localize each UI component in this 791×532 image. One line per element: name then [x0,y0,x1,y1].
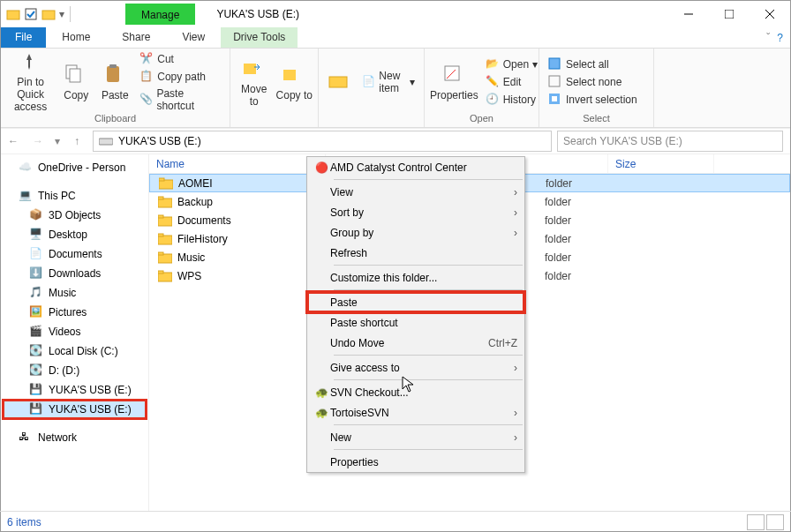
search-input[interactable]: Search YUKA'S USB (E:) [557,131,783,152]
qat-dropdown-icon[interactable]: ▾ [59,8,64,20]
svg-rect-9 [107,66,119,82]
select-none-button[interactable]: Select none [545,74,641,90]
tree-item[interactable]: 📄Documents [3,244,147,264]
new-item-icon: 📄 [362,75,375,89]
forward-button[interactable]: → [26,135,50,147]
help-icon[interactable]: ? [777,32,783,44]
ctx-paste-shortcut[interactable]: Paste shortcut [307,312,524,333]
home-tab[interactable]: Home [46,27,106,48]
copy-to-button[interactable]: Copy to [276,51,313,113]
checkbox-icon[interactable] [24,7,38,21]
tree-item[interactable]: 📦3D Objects [3,206,147,225]
tree-this-pc[interactable]: 💻This PC [3,186,147,206]
svg-rect-18 [552,96,557,101]
group-open: Open [430,113,533,125]
ribbon-collapse-icon[interactable]: ˇ [766,32,770,44]
pin-quick-access-button[interactable]: Pin to Quick access [6,51,55,113]
invert-selection-button[interactable]: Invert selection [545,92,641,108]
context-menu: 🔴AMD Catalyst Control Center View› Sort … [306,156,525,473]
up-button[interactable]: ↑ [64,135,89,147]
svg-rect-4 [725,10,734,19]
cut-icon: ✂️ [139,52,154,66]
view-large-button[interactable] [766,514,784,530]
tree-icon: 💾 [29,402,43,416]
paste-shortcut-button[interactable]: 📎Paste shortcut [136,86,224,113]
ctx-properties[interactable]: Properties [307,452,524,472]
close-button[interactable] [750,1,790,27]
ctx-refresh[interactable]: Refresh [307,243,524,263]
ctx-view[interactable]: View› [307,182,524,202]
svg-rect-8 [70,69,80,82]
new-folder-icon [328,70,352,94]
folder2-icon[interactable] [41,7,56,21]
ctx-give-access[interactable]: Give access to› [307,357,524,378]
folder-icon [158,251,172,264]
edit-icon: ✏️ [486,75,500,89]
properties-button[interactable]: Properties [430,51,478,113]
view-details-button[interactable] [747,514,765,530]
navigation-tree[interactable]: ☁️OneDrive - Person 💻This PC 📦3D Objects… [1,154,149,512]
select-all-button[interactable]: Select all [545,56,641,72]
ctx-paste[interactable]: Paste [307,292,524,312]
file-tab[interactable]: File [1,27,46,48]
tree-onedrive[interactable]: ☁️OneDrive - Person [3,158,147,177]
tree-network[interactable]: 🖧Network [3,428,147,447]
tree-item[interactable]: 💾YUKA'S USB (E:) [3,400,147,419]
select-all-icon [548,57,562,71]
history-icon: 🕘 [486,93,500,107]
recent-dropdown[interactable]: ▾ [50,135,64,147]
ctx-undo[interactable]: Undo MoveCtrl+Z [307,333,524,353]
tree-item[interactable]: 💽D: (D:) [3,361,147,380]
minimize-button[interactable] [668,1,709,27]
column-name[interactable]: Name [149,154,326,173]
ctx-new[interactable]: New› [307,427,524,447]
tree-icon: 🖥️ [29,228,43,242]
breadcrumb-text: YUKA'S USB (E:) [118,135,201,147]
paste-button[interactable]: Paste [97,51,132,113]
svg-rect-11 [244,64,256,74]
ctx-group[interactable]: Group by› [307,222,524,243]
move-to-button[interactable]: Move to [236,51,273,113]
tree-item[interactable]: 🖥️Desktop [3,225,147,244]
tree-item[interactable]: 🎬Videos [3,322,147,341]
copy-path-icon: 📋 [139,70,154,84]
drive-tools-tab[interactable]: Drive Tools [221,27,298,48]
history-button[interactable]: 🕘History [482,92,541,108]
pc-icon: 💻 [19,189,33,203]
ctx-svn-checkout[interactable]: 🐢SVN Checkout... [307,382,524,402]
svg-rect-31 [158,271,163,273]
cursor-icon [402,376,416,393]
ctx-amd[interactable]: 🔴AMD Catalyst Control Center [307,157,524,177]
breadcrumb[interactable]: YUKA'S USB (E:) [93,131,552,152]
share-tab[interactable]: Share [106,27,166,48]
edit-button[interactable]: ✏️Edit [482,74,541,90]
tree-icon: 💽 [29,344,43,358]
copy-button[interactable]: Copy [58,51,94,113]
column-size[interactable]: Size [608,154,714,173]
svg-rect-0 [7,11,19,19]
tree-icon: 🖼️ [29,305,43,319]
tree-item[interactable]: 💾YUKA'S USB (E:) [3,380,147,400]
maximize-button[interactable] [709,1,750,27]
folder-icon [6,7,20,21]
ctx-customize[interactable]: Customize this folder... [307,267,524,288]
ctx-tortoisesvn[interactable]: 🐢TortoiseSVN› [307,402,524,423]
network-icon: 🖧 [19,431,33,445]
svg-rect-25 [158,215,163,218]
tree-item[interactable]: 🎵Music [3,283,147,303]
tree-item[interactable]: 💽Local Disk (C:) [3,341,147,361]
copy-path-button[interactable]: 📋Copy path [136,69,224,85]
tree-item[interactable]: ⬇️Downloads [3,264,147,283]
back-button[interactable]: ← [1,135,26,147]
cut-button[interactable]: ✂️Cut [136,51,224,67]
pin-icon [19,51,43,74]
tree-item[interactable]: 🖼️Pictures [3,303,147,322]
view-tab[interactable]: View [166,27,221,48]
new-item-button[interactable]: 📄New item▾ [358,69,418,95]
ctx-sort[interactable]: Sort by› [307,202,524,222]
new-folder-button[interactable] [324,51,355,113]
select-none-icon [548,75,562,89]
tree-icon: ⬇️ [29,266,43,281]
open-button[interactable]: 📂Open▾ [482,56,541,72]
svg-rect-10 [109,64,117,68]
